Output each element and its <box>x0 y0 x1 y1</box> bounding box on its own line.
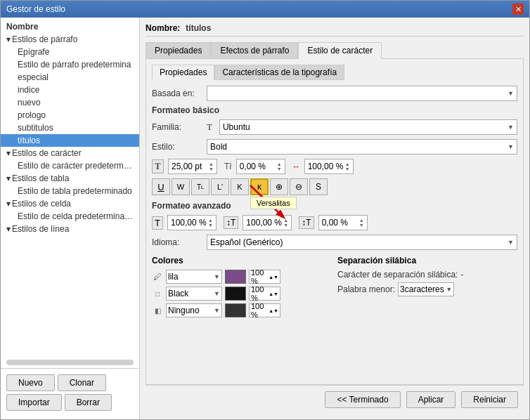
width-value: 100,00 % <box>308 162 344 171</box>
estilo-select[interactable]: Bold ▼ <box>207 139 517 155</box>
width-down-arrow[interactable]: ▼ <box>345 166 350 171</box>
terminado-button[interactable]: << Terminado <box>325 391 400 408</box>
close-button[interactable]: ✕ <box>512 4 524 15</box>
sidebar-item-especial[interactable]: especial <box>1 71 139 84</box>
aplicar-button[interactable]: Aplicar <box>406 391 456 408</box>
sidebar-group-label-celda: Estilos de celda <box>12 199 71 209</box>
kern-button[interactable]: K <box>231 178 249 195</box>
sidebar-item-prologo[interactable]: prologo <box>1 109 139 122</box>
sidebar-item-epigrafe[interactable]: Epígrafe <box>1 46 139 58</box>
noligature-button[interactable]: ⊖ <box>290 178 308 195</box>
shadow-tb-button[interactable]: S <box>309 178 328 195</box>
font-size-spinbox[interactable]: 25,00 pt ▲ ▼ <box>168 159 217 174</box>
kerning-arrows[interactable]: ▲ ▼ <box>277 162 282 171</box>
tab-propiedades[interactable]: Propiedades <box>146 42 211 59</box>
width-up-arrow[interactable]: ▲ <box>345 162 350 166</box>
tab-efectos-parrafo[interactable]: Efectos de párrafo <box>211 42 298 59</box>
collapse-icon-parrafo: ▾ <box>6 34 11 44</box>
nuevo-button[interactable]: Nuevo <box>6 374 55 391</box>
adv-icon3: ↕T <box>299 216 314 229</box>
sidebar-group-celda[interactable]: ▾ Estilos de celda <box>1 197 139 210</box>
borrar-button[interactable]: Borrar <box>65 394 112 411</box>
strikethrough-button[interactable]: W <box>172 178 190 195</box>
sub-tab-propiedades[interactable]: Propiedades <box>152 65 214 80</box>
underline-button[interactable]: U <box>152 178 170 195</box>
lquote-button[interactable]: L' <box>211 178 229 195</box>
size-row: 𝐓 25,00 pt ▲ ▼ TI 0,00 % ▲ <box>152 159 517 174</box>
color-pct-val-lila: 100 % <box>251 268 269 285</box>
sidebar-item-nuevo[interactable]: nuevo <box>1 96 139 109</box>
idioma-select[interactable]: Español (Genérico) ▼ <box>207 235 517 250</box>
titlebar: Gestor de estilo ✕ <box>1 1 529 18</box>
ink-icon: 🖊 <box>152 271 163 282</box>
color-name-ninguno: Ninguno <box>168 306 200 315</box>
color-swatch-ninguno <box>225 303 246 317</box>
color-swatch-lila <box>225 270 246 284</box>
kerning-up-arrow[interactable]: ▲ <box>277 162 282 166</box>
kerning-spinbox[interactable]: 0,00 % ▲ ▼ <box>236 159 285 174</box>
sidebar-item-indice[interactable]: indice <box>1 84 139 96</box>
sub-tab-tipografia[interactable]: Características de la tipografía <box>214 65 344 80</box>
color-pct-lila[interactable]: 100 % ▲▼ <box>249 270 280 284</box>
sidebar-item-estilo-celda[interactable]: Estilo de celda predeterminado <box>1 210 139 223</box>
palabra-menor-select[interactable]: 3caracteres ▼ <box>398 282 454 296</box>
color-chevron-black: ▼ <box>214 290 220 297</box>
adv-val3: 0,00 % <box>322 218 358 228</box>
toolbar-row: U W TL L' K κ ⊕ ⊖ S <box>152 178 517 195</box>
idioma-row: Idioma: Español (Genérico) ▼ <box>152 235 517 250</box>
size-down-arrow[interactable]: ▼ <box>209 166 214 171</box>
estilo-chevron: ▼ <box>508 143 514 150</box>
sidebar-item-estilo-parrafo[interactable]: Estilo de párrafo predetermina <box>1 58 139 71</box>
adv-spinbox3[interactable]: 0,00 % ▲ ▼ <box>318 215 368 230</box>
familia-chevron: ▼ <box>508 124 514 131</box>
color-swatch-black <box>225 287 246 301</box>
reiniciar-button[interactable]: Reiniciar <box>461 391 518 408</box>
color-select-ninguno[interactable]: Ninguno ▼ <box>166 303 222 317</box>
sidebar-scrollbar[interactable] <box>6 360 134 365</box>
color-pct-val-black: 100 % <box>251 285 269 302</box>
sidebar-group-tabla[interactable]: ▾ Estilos de tabla <box>1 172 139 185</box>
adv-arrows2[interactable]: ▲ ▼ <box>283 218 288 228</box>
color-pct-black[interactable]: 100 % ▲▼ <box>249 287 280 301</box>
color-pct-ninguno[interactable]: 100 % ▲▼ <box>249 303 280 317</box>
sidebar-item-estilo-caracter[interactable]: Estilo de carácter predetermina <box>1 159 139 172</box>
adv-spinbox2[interactable]: 100,00 % ▲ ▼ <box>243 215 292 230</box>
palabra-menor-chevron: ▼ <box>446 286 452 293</box>
sidebar-group-caracter[interactable]: ▾ Estilos de carácter <box>1 147 139 159</box>
sidebar-group-parrafo[interactable]: ▾ Estilos de párrafo <box>1 33 139 46</box>
colors-section: Colores 🖊 lila ▼ 100 % <box>152 256 332 320</box>
color-select-black[interactable]: Black ▼ <box>166 287 222 301</box>
width-arrows[interactable]: ▲ ▼ <box>345 162 350 171</box>
adv-spinbox1[interactable]: 100,00 % ▲ ▼ <box>167 215 216 230</box>
kerning-down-arrow[interactable]: ▼ <box>277 166 282 171</box>
color-pct-arrows-lila[interactable]: ▲▼ <box>269 275 278 280</box>
basada-chevron: ▼ <box>508 90 514 97</box>
ligature-button[interactable]: ⊕ <box>270 178 288 195</box>
basada-select[interactable]: ▼ <box>207 86 517 101</box>
sidebar-item-estilo-tabla[interactable]: Estilo de tabla predeterminado <box>1 185 139 197</box>
size-up-arrow[interactable]: ▲ <box>209 162 214 166</box>
palabra-menor-label: Palabra menor: <box>337 284 395 294</box>
tl-button[interactable]: TL <box>191 178 209 195</box>
tab-estilo-caracter[interactable]: Estilo de carácter <box>298 42 382 59</box>
versalitas-button[interactable]: κ <box>250 178 269 195</box>
font-size-arrows[interactable]: ▲ ▼ <box>209 162 214 171</box>
adv-arrows3[interactable]: ▲ ▼ <box>359 218 364 228</box>
sidebar-group-linea[interactable]: ▾ Estilos de línea <box>1 223 139 235</box>
familia-select[interactable]: Ubuntu ▼ <box>219 119 517 135</box>
color-pct-arrows-black[interactable]: ▲▼ <box>269 291 278 296</box>
collapse-icon-caracter: ▾ <box>6 148 11 158</box>
clonar-button[interactable]: Clonar <box>58 374 106 391</box>
width-spinbox[interactable]: 100,00 % ▲ ▼ <box>304 159 354 174</box>
content-area: Nombre ▾ Estilos de párrafo Epígrafe Est… <box>1 18 529 419</box>
adv-val2: 100,00 % <box>246 218 282 228</box>
importar-button[interactable]: Importar <box>6 394 62 411</box>
name-row: Nombre: títulos <box>146 23 524 37</box>
font-icon: T <box>207 122 212 133</box>
toolbar-container: U W TL L' K κ ⊕ ⊖ S Versalitas <box>152 178 517 195</box>
color-pct-arrows-ninguno[interactable]: ▲▼ <box>269 308 278 313</box>
adv-arrows1[interactable]: ▲ ▼ <box>208 218 213 228</box>
sidebar-item-subtitulos[interactable]: subtitulos <box>1 122 139 134</box>
sidebar-item-titulos[interactable]: títulos <box>1 134 139 147</box>
color-select-lila[interactable]: lila ▼ <box>166 270 222 284</box>
